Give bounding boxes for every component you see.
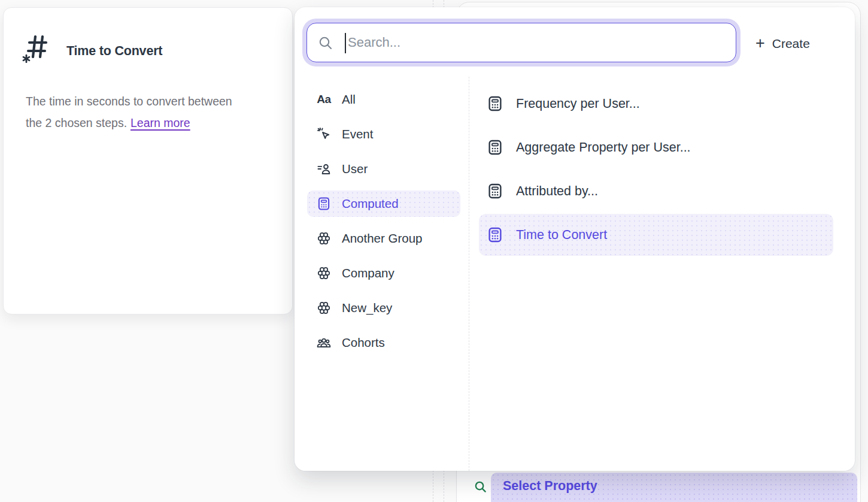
tooltip-description-line2: the 2 chosen steps. — [26, 116, 127, 129]
plus-icon: + — [755, 35, 765, 52]
search-box[interactable] — [306, 23, 736, 62]
group-cluster-icon — [316, 231, 332, 246]
calculator-icon — [316, 196, 332, 211]
number-property-icon — [22, 29, 50, 63]
calculator-icon — [486, 226, 504, 244]
calculator-icon — [486, 138, 504, 156]
event-click-icon — [316, 126, 332, 142]
text-format-icon: Aa — [317, 93, 330, 106]
result-item-time-to-convert[interactable]: Time to Convert — [479, 214, 833, 256]
property-tooltip-card: Time to Convert The time in seconds to c… — [3, 7, 293, 314]
result-item-attributed-by[interactable]: Attributed by... — [479, 170, 833, 212]
tooltip-description: The time in seconds to convert between t… — [26, 91, 283, 134]
text-format-icon: Aa — [316, 92, 332, 107]
learn-more-link[interactable]: Learn more — [130, 116, 190, 129]
calculator-icon — [486, 182, 504, 200]
category-item-cohorts[interactable]: Cohorts — [307, 329, 460, 356]
user-profile-icon — [316, 161, 332, 177]
group-cluster-icon — [316, 265, 332, 281]
select-property-label: Select Property — [503, 479, 597, 494]
result-item-aggregate-property-per-user[interactable]: Aggregate Property per User... — [479, 126, 833, 168]
group-cluster-icon — [316, 231, 332, 246]
search-icon — [318, 35, 333, 51]
create-button[interactable]: + Create — [755, 32, 810, 55]
tooltip-title: Time to Convert — [66, 44, 162, 59]
group-cluster-icon — [316, 300, 332, 316]
calculator-icon — [486, 95, 504, 113]
calculator-icon — [486, 182, 504, 200]
category-item-user[interactable]: User — [307, 156, 460, 182]
event-click-icon — [316, 126, 332, 142]
category-sidebar: Aa All Event User — [307, 86, 460, 364]
sidebar-divider — [469, 77, 469, 471]
cohorts-people-icon — [316, 335, 332, 350]
category-item-new-key[interactable]: New_key — [307, 295, 460, 321]
calculator-icon — [486, 138, 504, 156]
cohorts-people-icon — [316, 335, 332, 350]
category-item-event[interactable]: Event — [307, 121, 460, 147]
category-item-company[interactable]: Company — [307, 260, 460, 286]
calculator-icon — [316, 196, 332, 211]
tooltip-description-line1: The time in seconds to convert between — [26, 95, 232, 108]
category-item-all[interactable]: Aa All — [307, 86, 460, 113]
calculator-icon — [486, 95, 504, 113]
category-item-another-group[interactable]: Another Group — [307, 225, 460, 252]
text-cursor — [345, 33, 346, 53]
create-button-label: Create — [772, 37, 810, 51]
select-property-field[interactable]: Select Property — [491, 473, 857, 502]
result-item-frequency-per-user[interactable]: Frequency per User... — [479, 83, 833, 125]
screen: Select Property Time to Convert The ti — [0, 0, 868, 502]
results-list: Frequency per User... Aggregate Property… — [479, 83, 833, 258]
category-item-computed[interactable]: Computed — [307, 190, 460, 217]
calculator-icon — [486, 226, 504, 244]
search-icon-green — [474, 480, 487, 494]
search-input[interactable] — [348, 23, 725, 62]
user-profile-icon — [316, 161, 332, 177]
group-cluster-icon — [316, 265, 332, 281]
group-cluster-icon — [316, 300, 332, 316]
property-picker-popup: + Create Aa All Event User — [295, 7, 855, 471]
